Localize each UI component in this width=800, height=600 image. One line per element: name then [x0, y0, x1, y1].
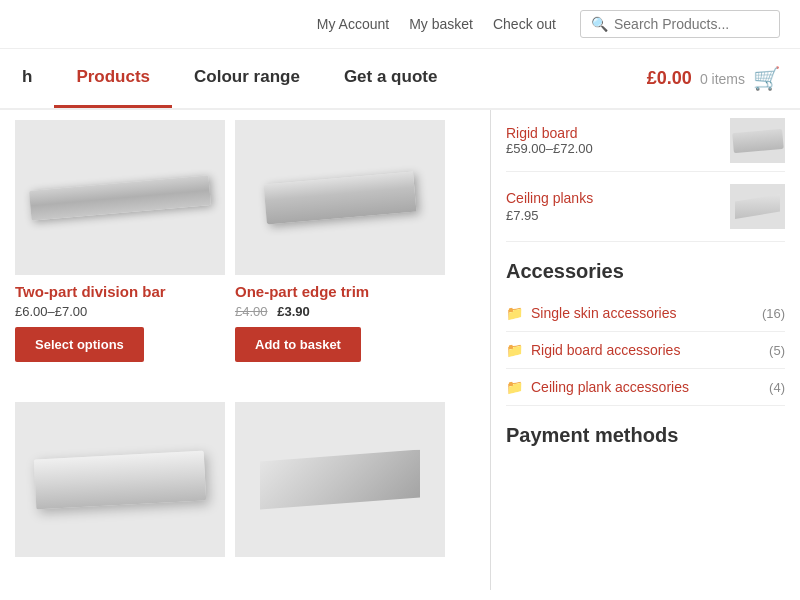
- nav-item-colour-range[interactable]: Colour range: [172, 49, 322, 108]
- sidebar-ceiling-planks: Ceiling planks £7.95: [506, 172, 785, 242]
- ceiling-thumb-img: [735, 194, 780, 219]
- product-image-4: [235, 402, 445, 557]
- sidebar-thumb-rigid-partial: [730, 118, 785, 163]
- cart-area: £0.00 0 items 🛒: [647, 66, 800, 92]
- sidebar-partial-price: £59.00–£72.00: [506, 141, 593, 156]
- product-card-4: [230, 392, 440, 575]
- acc-name-rigid-board[interactable]: Rigid board accessories: [531, 342, 680, 358]
- acc-left-rigid-board: 📁 Rigid board accessories: [506, 342, 680, 358]
- product-title-2: One-part edge trim: [235, 283, 435, 300]
- division-bar-image: [29, 175, 211, 221]
- acc-count-single-skin: (16): [762, 306, 785, 321]
- my-account-link[interactable]: My Account: [317, 16, 389, 32]
- ceiling-planks-name[interactable]: Ceiling planks: [506, 190, 593, 206]
- acc-item-rigid-board: 📁 Rigid board accessories (5): [506, 332, 785, 369]
- product-image-1: [15, 120, 225, 275]
- acc-name-ceiling-plank[interactable]: Ceiling plank accessories: [531, 379, 689, 395]
- acc-item-single-skin: 📁 Single skin accessories (16): [506, 295, 785, 332]
- rigid-thumb-img: [732, 128, 784, 152]
- cart-items-label: 0 items: [700, 71, 745, 87]
- cart-price: £0.00: [647, 68, 692, 89]
- checkout-link[interactable]: Check out: [493, 16, 556, 32]
- accessory1-image: [34, 450, 206, 509]
- add-to-basket-button-2[interactable]: Add to basket: [235, 327, 361, 362]
- ceiling-planks-price: £7.95: [506, 208, 593, 223]
- nav-item-search-cut[interactable]: h: [0, 49, 54, 108]
- sidebar-partial-name[interactable]: Rigid board: [506, 125, 593, 141]
- product-title-1: Two-part division bar: [15, 283, 215, 300]
- edge-trim-image: [264, 171, 417, 224]
- acc-name-single-skin[interactable]: Single skin accessories: [531, 305, 677, 321]
- sidebar-top-partial: Rigid board £59.00–£72.00: [506, 110, 785, 172]
- product-row-1: Two-part division bar £6.00–£7.00 Select…: [10, 110, 480, 372]
- sidebar-thumb-ceiling: [730, 184, 785, 229]
- folder-icon-2: 📁: [506, 342, 523, 358]
- nav-item-products[interactable]: Products: [54, 49, 172, 108]
- sidebar-partial-info: Rigid board £59.00–£72.00: [506, 125, 593, 156]
- header: My Account My basket Check out 🔍: [0, 0, 800, 49]
- acc-left-ceiling-plank: 📁 Ceiling plank accessories: [506, 379, 689, 395]
- cart-icon[interactable]: 🛒: [753, 66, 780, 92]
- header-nav: My Account My basket Check out: [317, 16, 556, 32]
- sidebar: Rigid board £59.00–£72.00 Ceiling planks…: [490, 110, 800, 590]
- folder-icon-3: 📁: [506, 379, 523, 395]
- nav-items: h Products Colour range Get a quote: [0, 49, 459, 108]
- price-old-2: £4.00: [235, 304, 268, 319]
- acc-left-single-skin: 📁 Single skin accessories: [506, 305, 677, 321]
- acc-count-rigid-board: (5): [769, 343, 785, 358]
- product-price-2: £4.00 £3.90: [235, 304, 435, 319]
- price-new-2: £3.90: [277, 304, 310, 319]
- search-icon: 🔍: [591, 16, 608, 32]
- nav-item-get-a-quote[interactable]: Get a quote: [322, 49, 460, 108]
- product-image-3: [15, 402, 225, 557]
- payment-title: Payment methods: [506, 406, 785, 455]
- product-card-2: One-part edge trim £4.00 £3.90 Add to ba…: [230, 110, 440, 372]
- product-card-3: [10, 392, 220, 575]
- select-options-button-1[interactable]: Select options: [15, 327, 144, 362]
- product-image-2: [235, 120, 445, 275]
- main-nav: h Products Colour range Get a quote £0.0…: [0, 49, 800, 110]
- accessories-title: Accessories: [506, 242, 785, 295]
- my-basket-link[interactable]: My basket: [409, 16, 473, 32]
- product-card-1: Two-part division bar £6.00–£7.00 Select…: [10, 110, 220, 372]
- folder-icon-1: 📁: [506, 305, 523, 321]
- product-row-2: [10, 392, 480, 575]
- acc-count-ceiling-plank: (4): [769, 380, 785, 395]
- accessory2-image: [260, 450, 420, 510]
- search-box[interactable]: 🔍: [580, 10, 780, 38]
- main-content: Two-part division bar £6.00–£7.00 Select…: [0, 110, 800, 590]
- search-input[interactable]: [614, 16, 774, 32]
- product-price-1: £6.00–£7.00: [15, 304, 215, 319]
- acc-item-ceiling-plank: 📁 Ceiling plank accessories (4): [506, 369, 785, 406]
- product-grid: Two-part division bar £6.00–£7.00 Select…: [0, 110, 490, 590]
- sidebar-ceiling-info: Ceiling planks £7.95: [506, 190, 593, 223]
- sidebar-ceiling-text: Ceiling planks £7.95: [506, 190, 593, 223]
